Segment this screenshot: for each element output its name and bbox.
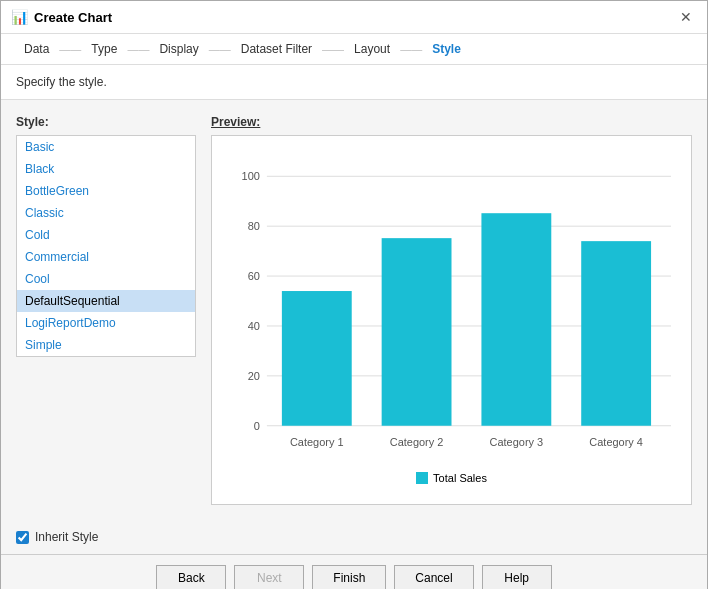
next-button[interactable]: Next [234, 565, 304, 589]
tab-display[interactable]: Display [151, 42, 206, 56]
cancel-button[interactable]: Cancel [394, 565, 473, 589]
tab-type[interactable]: Type [83, 42, 125, 56]
svg-text:20: 20 [248, 370, 260, 382]
style-item-defaultsequential[interactable]: DefaultSequential [17, 290, 195, 312]
create-chart-dialog: 📊 Create Chart ✕ Data —— Type —— Display… [0, 0, 708, 589]
finish-button[interactable]: Finish [312, 565, 386, 589]
description: Specify the style. [1, 65, 707, 100]
style-item-bottlegreen[interactable]: BottleGreen [17, 180, 195, 202]
bar-category2 [382, 238, 452, 426]
svg-text:Category 1: Category 1 [290, 436, 344, 448]
chart-container: 100 80 60 40 20 0 [211, 135, 692, 505]
bar-category1 [282, 291, 352, 426]
help-button[interactable]: Help [482, 565, 552, 589]
chart-icon: 📊 [11, 9, 28, 25]
style-item-cold[interactable]: Cold [17, 224, 195, 246]
inherit-row: Inherit Style [1, 520, 707, 554]
svg-text:40: 40 [248, 320, 260, 332]
bar-chart: 100 80 60 40 20 0 [222, 146, 681, 466]
svg-text:Category 2: Category 2 [390, 436, 444, 448]
style-item-classic[interactable]: Classic [17, 202, 195, 224]
inherit-checkbox[interactable] [16, 531, 29, 544]
svg-text:Category 4: Category 4 [589, 436, 643, 448]
style-item-black[interactable]: Black [17, 158, 195, 180]
dialog-title: Create Chart [34, 10, 112, 25]
chart-area: 100 80 60 40 20 0 [222, 146, 681, 466]
legend-color-box [416, 472, 428, 484]
nav-tabs: Data —— Type —— Display —— Dataset Filte… [1, 34, 707, 65]
legend-label: Total Sales [433, 472, 487, 484]
bar-category3 [481, 213, 551, 426]
style-section-label: Style: [16, 115, 196, 129]
style-item-commercial[interactable]: Commercial [17, 246, 195, 268]
style-item-basic[interactable]: Basic [17, 136, 195, 158]
preview-label: Preview: [211, 115, 692, 129]
footer: Back Next Finish Cancel Help [1, 554, 707, 589]
back-button[interactable]: Back [156, 565, 226, 589]
style-item-logireportdemo[interactable]: LogiReportDemo [17, 312, 195, 334]
bar-category4 [581, 241, 651, 426]
svg-text:100: 100 [242, 170, 260, 182]
tab-data[interactable]: Data [16, 42, 57, 56]
svg-text:60: 60 [248, 270, 260, 282]
inherit-label: Inherit Style [35, 530, 98, 544]
style-item-cool[interactable]: Cool [17, 268, 195, 290]
svg-text:Category 3: Category 3 [490, 436, 544, 448]
style-item-simple[interactable]: Simple [17, 334, 195, 356]
style-list: Basic Black BottleGreen Classic Cold Com… [16, 135, 196, 357]
tab-layout[interactable]: Layout [346, 42, 398, 56]
close-button[interactable]: ✕ [675, 7, 697, 27]
left-panel: Style: Basic Black BottleGreen Classic C… [16, 115, 196, 505]
svg-text:80: 80 [248, 220, 260, 232]
tab-dataset-filter[interactable]: Dataset Filter [233, 42, 320, 56]
main-content: Style: Basic Black BottleGreen Classic C… [1, 100, 707, 520]
chart-legend: Total Sales [222, 472, 681, 484]
tab-style[interactable]: Style [424, 42, 469, 56]
right-panel: Preview: 100 80 [211, 115, 692, 505]
title-bar: 📊 Create Chart ✕ [1, 1, 707, 34]
svg-text:0: 0 [254, 420, 260, 432]
title-bar-left: 📊 Create Chart [11, 9, 112, 25]
